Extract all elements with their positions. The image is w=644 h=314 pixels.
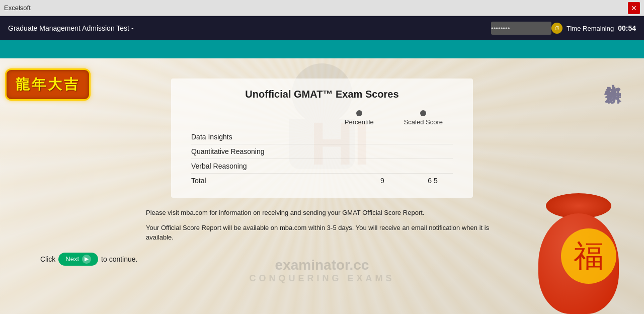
score-card-title: Unofficial GMAT™ Exam Scores [191, 89, 453, 100]
cny-right-text: 新年快乐！ [602, 73, 624, 90]
lucky-bag-decoration: 福 [528, 173, 629, 314]
main-content: 龍年大吉 HI Unofficial GMAT™ Exam Scores Per… [0, 58, 644, 314]
watermark-line2: CONQUERING EXAMS [249, 273, 394, 284]
fu-character: 福 [561, 228, 616, 284]
scaled-score-dot [420, 110, 426, 116]
timer-icon: ⏱ [551, 23, 562, 34]
info-section: Please visit mba.com for information on … [146, 208, 498, 248]
app-header: Graduate Management Admission Test - ⏱ T… [0, 16, 644, 40]
timer-value: 00:54 [618, 24, 636, 32]
watermark: examinator.cc CONQUERING EXAMS [249, 257, 394, 284]
table-row: Total 9 6 5 [191, 174, 453, 188]
continue-label: to continue. [101, 255, 137, 263]
row-label-quant: Quantitative Reasoning [191, 147, 372, 155]
bag-top [546, 193, 611, 218]
bag-body: 福 [538, 213, 619, 314]
watermark-line1: examinator.cc [275, 257, 369, 273]
percentile-header: Percentile [345, 110, 374, 126]
cny-badge: 龍年大吉 [5, 68, 91, 101]
scaled-score-label: Scaled Score [404, 118, 443, 126]
close-button[interactable]: ✕ [628, 2, 640, 14]
row-label-data-insights: Data Insights [191, 133, 372, 141]
click-label: Click [40, 255, 55, 263]
next-line: Click Next ▶ to continue. [40, 253, 137, 266]
row-values-total: 9 6 5 [372, 177, 453, 185]
table-row: Verbal Reasoning [191, 159, 453, 174]
header-title: Graduate Management Admission Test - [8, 24, 491, 32]
next-button[interactable]: Next ▶ [58, 253, 98, 266]
scaled-score-header: Scaled Score [404, 110, 443, 126]
row-label-total: Total [191, 177, 372, 185]
teal-accent-bar [0, 40, 644, 58]
score-table-header: Percentile Scaled Score [191, 110, 453, 126]
table-row: Quantitative Reasoning [191, 144, 453, 159]
percentile-label: Percentile [345, 118, 374, 126]
total-scaled: 6 5 [423, 177, 443, 185]
app-title: Excelsoft [4, 4, 628, 12]
header-input[interactable] [491, 22, 551, 35]
total-percentile: 9 [372, 177, 392, 185]
timer-label: Time Remaining [567, 25, 614, 32]
score-table: Percentile Scaled Score Data Insights Qu… [191, 110, 453, 188]
next-button-label: Next [65, 255, 79, 263]
info-line1: Please visit mba.com for information on … [146, 208, 498, 218]
next-arrow-icon: ▶ [82, 255, 91, 264]
score-card: Unofficial GMAT™ Exam Scores Percentile … [171, 78, 473, 198]
row-label-verbal: Verbal Reasoning [191, 162, 372, 170]
timer-section: ⏱ Time Remaining 00:54 [551, 23, 636, 34]
title-bar: Excelsoft ✕ [0, 0, 644, 16]
table-row: Data Insights [191, 130, 453, 144]
percentile-dot [356, 110, 362, 116]
info-line2: Your Official Score Report will be avail… [146, 223, 498, 243]
